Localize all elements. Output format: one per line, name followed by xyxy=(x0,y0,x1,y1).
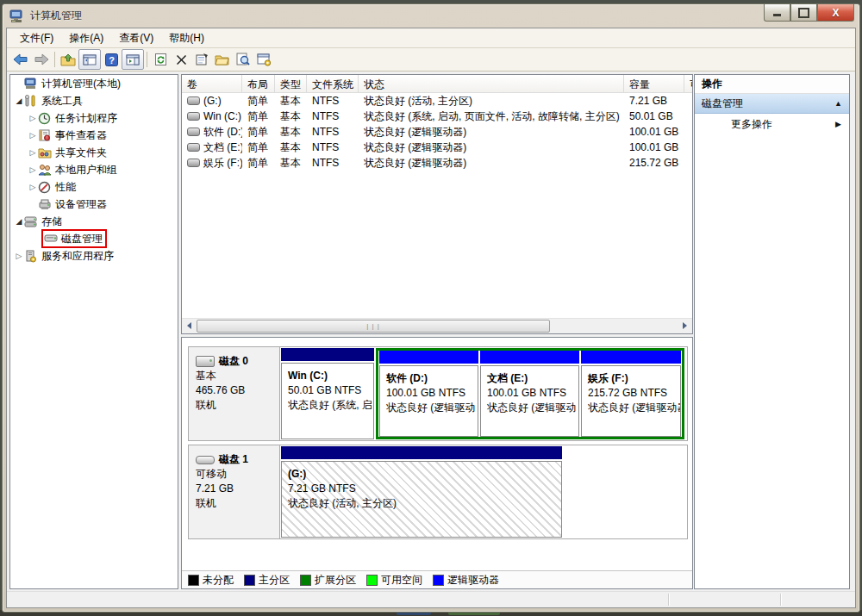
tree-item-services-applications[interactable]: ▷ 服务和应用程序 xyxy=(10,247,178,264)
partition-c[interactable]: Win (C:) 50.01 GB NTFS 状态良好 (系统, 启 xyxy=(281,348,374,439)
legend-swatch xyxy=(300,575,311,586)
collapsed-triangle-icon[interactable]: ▷ xyxy=(28,131,38,140)
collapsed-triangle-icon[interactable]: ▷ xyxy=(28,183,38,191)
logical-drive-bar xyxy=(379,351,478,364)
menu-help[interactable]: 帮助(H) xyxy=(161,29,212,47)
computer-management-window: 计算机管理 X 文件(F) 操作(A) 查看(V) 帮助(H) xyxy=(2,3,860,613)
window-title: 计算机管理 xyxy=(30,9,82,23)
tree-item-disk-management[interactable]: 磁盘管理 xyxy=(10,230,178,247)
tree-item-event-viewer[interactable]: ▷ ! 事件查看器 xyxy=(10,127,178,144)
expanded-triangle-icon[interactable]: ◢ xyxy=(14,96,24,105)
tree-item-computer-management[interactable]: 计算机管理(本地) xyxy=(10,75,178,92)
actions-header: 操作 xyxy=(695,75,849,94)
volume-row-e[interactable]: 文档 (E:) 简单 基本 NTFS 状态良好 (逻辑驱动器) 100.01 G… xyxy=(182,140,692,155)
partition-g-selected[interactable]: (G:) 7.21 GB NTFS 状态良好 (活动, 主分区) xyxy=(281,446,562,538)
device-manager-icon xyxy=(38,198,52,210)
toolbar: ? xyxy=(7,48,855,72)
menu-file[interactable]: 文件(F) xyxy=(12,29,61,47)
console-tree-icon[interactable] xyxy=(78,49,101,70)
open-folder-icon[interactable] xyxy=(212,50,233,69)
horizontal-scrollbar[interactable]: | | | xyxy=(182,318,692,333)
action-pane-icon[interactable] xyxy=(122,49,144,70)
titlebar[interactable]: 计算机管理 X xyxy=(3,4,859,28)
tree-label: 任务计划程序 xyxy=(55,111,117,126)
volume-list-pane: 卷 布局 类型 文件系统 状态 容量 可 (G:) 简单 基本 NTFS 状态良… xyxy=(181,74,693,334)
tree-item-shared-folders[interactable]: ▷ 共享文件夹 xyxy=(10,144,178,161)
column-header-filesystem[interactable]: 文件系统 xyxy=(307,75,359,92)
console-tree-pane: 计算机管理(本地) ◢ 系统工具 ▷ 任务计划程序 xyxy=(9,74,178,589)
performance-icon xyxy=(38,181,52,193)
partition-legend: 未分配 主分区 扩展分区 可用空间 逻辑驱动器 xyxy=(182,570,692,588)
partition-f[interactable]: 娱乐 (F:) 215.72 GB NTFS 状态良好 (逻辑驱动器 xyxy=(581,351,681,437)
users-icon xyxy=(38,164,52,176)
storage-icon xyxy=(24,215,38,227)
volume-list-header: 卷 布局 类型 文件系统 状态 容量 可 xyxy=(182,75,692,93)
scrollbar-thumb[interactable]: | | | xyxy=(197,320,550,333)
disk1-status: 联机 xyxy=(196,496,279,511)
properties-icon[interactable] xyxy=(191,50,212,69)
forward-icon[interactable] xyxy=(31,50,52,69)
extended-partition-frame: 软件 (D:) 100.01 GB NTFS 状态良好 (逻辑驱动 文档 (E:… xyxy=(376,348,684,439)
delete-icon[interactable] xyxy=(171,50,191,69)
disk1-label[interactable]: 磁盘 1 可移动 7.21 GB 联机 xyxy=(189,445,280,538)
removable-disk-icon xyxy=(196,456,215,464)
collapsed-triangle-icon[interactable]: ▷ xyxy=(14,252,24,260)
status-bar xyxy=(7,591,855,607)
scroll-left-button[interactable] xyxy=(182,319,197,333)
actions-section-disk-management[interactable]: 磁盘管理 ▲ xyxy=(695,94,849,114)
expanded-triangle-icon[interactable]: ◢ xyxy=(14,217,24,226)
red-highlight-box: 磁盘管理 xyxy=(41,229,107,248)
column-header-layout[interactable]: 布局 xyxy=(242,75,275,92)
tree-item-task-scheduler[interactable]: ▷ 任务计划程序 xyxy=(10,109,178,127)
scroll-right-button[interactable] xyxy=(678,319,692,333)
shared-folder-icon xyxy=(38,146,52,159)
svg-text:!: ! xyxy=(47,135,47,140)
help-window-icon[interactable] xyxy=(253,50,274,69)
disk1-type: 可移动 xyxy=(196,467,279,482)
tree-label: 事件查看器 xyxy=(55,128,107,143)
menu-action[interactable]: 操作(A) xyxy=(61,29,111,47)
up-folder-icon[interactable] xyxy=(58,50,78,69)
close-button[interactable]: X xyxy=(817,4,854,22)
primary-partition-bar xyxy=(281,446,562,459)
back-icon[interactable] xyxy=(10,50,31,69)
column-header-status[interactable]: 状态 xyxy=(359,75,624,92)
tree-item-local-users-groups[interactable]: ▷ 本地用户和组 xyxy=(10,161,178,178)
tree-item-device-manager[interactable]: 设备管理器 xyxy=(10,196,178,213)
legend-swatch xyxy=(244,575,255,586)
partition-e[interactable]: 文档 (E:) 100.01 GB NTFS 状态良好 (逻辑驱动 xyxy=(480,351,579,437)
disk1-row: 磁盘 1 可移动 7.21 GB 联机 (G:) 7.21 GB NTFS 状态… xyxy=(188,445,688,539)
volume-icon xyxy=(187,112,200,121)
partition-d[interactable]: 软件 (D:) 100.01 GB NTFS 状态良好 (逻辑驱动 xyxy=(379,351,478,437)
tree-item-system-tools[interactable]: ◢ 系统工具 xyxy=(10,92,178,109)
collapse-arrow-icon[interactable]: ▲ xyxy=(834,99,842,108)
primary-partition-bar xyxy=(281,348,374,361)
disk0-status: 联机 xyxy=(196,398,279,413)
tree-label: 存储 xyxy=(41,215,62,229)
volume-row-f[interactable]: 娱乐 (F:) 简单 基本 NTFS 状态良好 (逻辑驱动器) 215.72 G… xyxy=(182,155,692,171)
tree-item-storage[interactable]: ◢ 存储 xyxy=(10,213,178,230)
collapsed-triangle-icon[interactable]: ▷ xyxy=(28,165,38,174)
find-icon[interactable] xyxy=(233,50,253,69)
volume-row-c[interactable]: Win (C:) 简单 基本 NTFS 状态良好 (系统, 启动, 页面文件, … xyxy=(182,109,692,124)
tree-item-performance[interactable]: ▷ 性能 xyxy=(10,178,178,196)
refresh-icon[interactable] xyxy=(150,50,171,69)
more-actions-item[interactable]: 更多操作 ▶ xyxy=(695,114,849,134)
volume-row-d[interactable]: 软件 (D:) 简单 基本 NTFS 状态良好 (逻辑驱动器) 100.01 G… xyxy=(182,124,692,140)
column-header-capacity[interactable]: 容量 xyxy=(624,75,684,92)
column-header-free-clipped[interactable]: 可 xyxy=(684,75,693,92)
tree-label: 磁盘管理 xyxy=(61,232,103,246)
column-header-type[interactable]: 类型 xyxy=(275,75,307,92)
volume-row-g[interactable]: (G:) 简单 基本 NTFS 状态良好 (活动, 主分区) 7.21 GB xyxy=(182,93,692,109)
column-header-volume[interactable]: 卷 xyxy=(182,75,242,92)
tree-label: 服务和应用程序 xyxy=(41,249,114,264)
logical-drive-bar xyxy=(480,351,579,364)
collapsed-triangle-icon[interactable]: ▷ xyxy=(28,114,38,122)
restore-button[interactable] xyxy=(790,4,817,22)
disk0-label[interactable]: 磁盘 0 基本 465.76 GB 联机 xyxy=(189,347,280,440)
minimize-button[interactable] xyxy=(764,4,790,22)
menu-view[interactable]: 查看(V) xyxy=(111,29,161,47)
collapsed-triangle-icon[interactable]: ▷ xyxy=(28,148,38,157)
legend-swatch xyxy=(366,575,378,586)
help-icon[interactable]: ? xyxy=(101,50,122,69)
